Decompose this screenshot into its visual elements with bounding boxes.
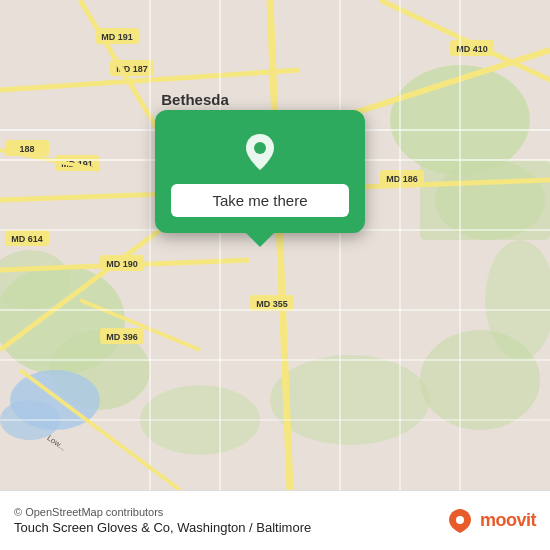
location-popup: Take me there (155, 110, 365, 233)
location-pin-icon (238, 130, 282, 174)
svg-text:MD 355: MD 355 (256, 299, 288, 309)
svg-rect-3 (420, 160, 550, 240)
svg-point-57 (254, 142, 266, 154)
location-title: Touch Screen Gloves & Co, Washington / B… (14, 520, 311, 535)
svg-text:MD 396: MD 396 (106, 332, 138, 342)
svg-point-58 (456, 516, 464, 524)
svg-text:MD 614: MD 614 (11, 234, 43, 244)
svg-text:MD 190: MD 190 (106, 259, 138, 269)
moovit-logo: moovit (446, 507, 536, 535)
bottom-left-info: © OpenStreetMap contributors Touch Scree… (14, 506, 311, 535)
copyright-text: © OpenStreetMap contributors (14, 506, 311, 518)
bottom-bar: © OpenStreetMap contributors Touch Scree… (0, 490, 550, 550)
take-me-there-button[interactable]: Take me there (171, 184, 349, 217)
map-container: MD 355 MD 186 MD 187 MD 410 MD 190 MD 19… (0, 0, 550, 490)
svg-text:188: 188 (19, 144, 34, 154)
moovit-text: moovit (480, 510, 536, 531)
moovit-pin-icon (446, 507, 474, 535)
svg-text:MD 186: MD 186 (386, 174, 418, 184)
svg-text:Bethesda: Bethesda (161, 91, 229, 108)
svg-text:MD 191: MD 191 (101, 32, 133, 42)
svg-point-8 (270, 355, 430, 445)
map-background: MD 355 MD 186 MD 187 MD 410 MD 190 MD 19… (0, 0, 550, 490)
